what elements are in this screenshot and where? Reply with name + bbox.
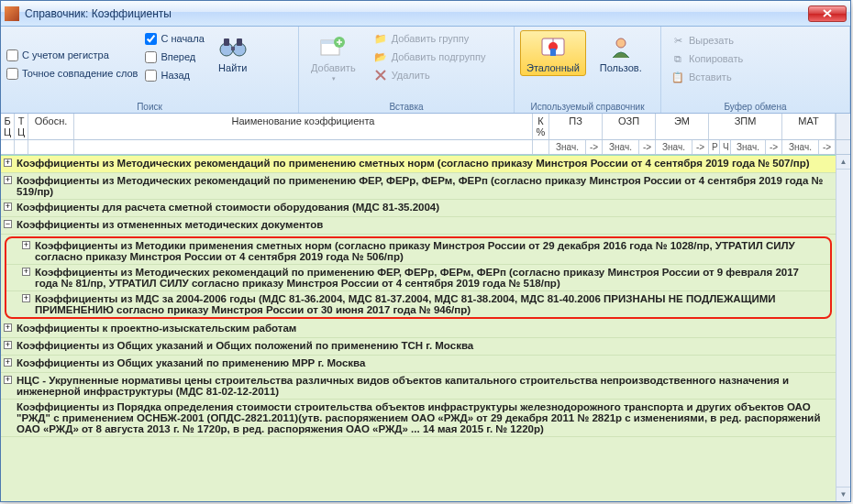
close-icon <box>823 9 832 17</box>
tree-row[interactable]: + Коэффициенты из Общих указаний и Общих… <box>1 338 836 356</box>
col-em[interactable]: ЭМ <box>656 114 709 139</box>
reference-window: Справочник: Коэффициенты С учетом регист… <box>0 0 851 502</box>
binoculars-icon <box>218 33 248 60</box>
ribbon: С учетом регистра Точное совпадение слов… <box>1 27 850 114</box>
sub-zpm-arrow[interactable]: -> <box>766 140 782 154</box>
row-text: Коэффициенты из Методических рекомендаци… <box>15 173 836 199</box>
chk-exact-label: Точное совпадение слов <box>22 68 138 79</box>
scroll-down-icon[interactable]: ▼ <box>836 487 850 501</box>
expander[interactable]: + <box>6 238 33 264</box>
col-bc[interactable]: Б Ц <box>1 114 15 139</box>
expander[interactable]: + <box>1 200 15 216</box>
col-ozp[interactable]: ОЗП <box>603 114 656 139</box>
person-icon <box>606 33 636 60</box>
group-clipboard-label: Буфер обмена <box>667 100 844 112</box>
row-text: Коэффициенты из МДС за 2004-2006 годы (М… <box>33 291 830 317</box>
tree-row[interactable]: − Коэффициенты из отмененных методически… <box>1 217 836 235</box>
row-text: Коэффициенты из Методических рекомендаци… <box>15 156 836 172</box>
col-pz[interactable]: ПЗ <box>549 114 603 139</box>
col-mat[interactable]: МАТ <box>782 114 836 139</box>
chk-back[interactable]: Назад <box>145 67 204 83</box>
tree-row[interactable]: + Коэффициенты из Методических рекоменда… <box>1 156 836 173</box>
sub-mat-value[interactable]: Знач. <box>782 140 819 154</box>
expander[interactable]: + <box>6 265 33 290</box>
copy-icon: ⧉ <box>670 51 685 66</box>
add-subgroup-icon: 📂 <box>373 49 388 64</box>
tree-row[interactable]: + Коэффициенты из Методических рекоменда… <box>6 265 830 291</box>
svg-point-11 <box>616 38 626 48</box>
copy-button[interactable]: ⧉Копировать <box>667 50 844 67</box>
tree-row[interactable]: + Коэффициенты из Методических рекоменда… <box>1 173 836 200</box>
chk-start-label: С начала <box>161 33 204 44</box>
col-tc[interactable]: Т Ц <box>15 114 28 139</box>
scrollbar-gap <box>836 114 850 139</box>
sub-ozp-arrow[interactable]: -> <box>639 140 656 154</box>
tree-row[interactable]: + Коэффициенты из Методики применения см… <box>6 238 830 265</box>
sub-ch[interactable]: Ч <box>720 140 731 154</box>
tree-row[interactable]: + Коэффициенты из Общих указаний по прим… <box>1 356 836 373</box>
chk-fwd[interactable]: Вперед <box>145 49 204 65</box>
col-obosn[interactable]: Обосн. <box>28 114 74 139</box>
chk-exact[interactable]: Точное совпадение слов <box>6 65 138 82</box>
delete-button[interactable]: Удалить <box>370 67 490 83</box>
tree-row[interactable]: + Коэффициенты к проектно-изыскательским… <box>1 321 836 338</box>
delete-icon <box>373 68 388 82</box>
user-refbook-label: Пользов. <box>600 62 642 73</box>
sub-r[interactable]: Р <box>709 140 720 154</box>
expander[interactable]: + <box>1 373 15 399</box>
paste-button[interactable]: 📋Вставить <box>667 69 844 85</box>
sub-em-value[interactable]: Знач. <box>656 140 692 154</box>
close-button[interactable] <box>808 5 847 22</box>
tree-grid[interactable]: + Коэффициенты из Методических рекоменда… <box>1 155 836 501</box>
user-refbook-button[interactable]: Пользов. <box>593 30 648 76</box>
tree-row[interactable]: + Коэффициенты из МДС за 2004-2006 годы … <box>6 291 830 317</box>
expander[interactable]: + <box>1 321 15 337</box>
sub-mat-arrow[interactable]: -> <box>819 140 836 154</box>
tree-row[interactable]: + Коэффициенты для расчета сметной стоим… <box>1 200 836 217</box>
tree-row[interactable]: Коэффициенты из Порядка определения стои… <box>1 400 836 437</box>
ribbon-group-insert: Добавить▾ 📁Добавить группу 📂Добавить под… <box>299 27 515 113</box>
find-button[interactable]: Найти <box>212 30 254 76</box>
find-label: Найти <box>218 62 247 73</box>
expander[interactable] <box>1 400 15 436</box>
group-insert-label: Вставка <box>305 100 508 112</box>
sub-zpm-value[interactable]: Знач. <box>731 140 766 154</box>
tree-row[interactable]: + НЦС - Укрупненные нормативы цены строи… <box>1 373 836 400</box>
expander[interactable]: + <box>1 156 15 172</box>
svg-rect-10 <box>550 49 556 56</box>
cut-button[interactable]: ✂Вырезать <box>667 32 844 49</box>
chk-case-label: С учетом регистра <box>22 49 109 60</box>
sub-ozp-value[interactable]: Знач. <box>603 140 639 154</box>
col-k[interactable]: К % <box>533 114 549 139</box>
expander[interactable]: + <box>1 173 15 199</box>
scroll-up-icon[interactable]: ▲ <box>836 155 850 170</box>
chk-start[interactable]: С начала <box>145 30 204 47</box>
row-text: Коэффициенты из отмененных методических … <box>15 217 836 234</box>
copy-label: Копировать <box>689 53 743 64</box>
add-button[interactable]: Добавить▾ <box>305 30 362 85</box>
ribbon-group-search: С учетом регистра Точное совпадение слов… <box>1 27 299 113</box>
chk-fwd-label: Вперед <box>161 51 195 62</box>
col-name[interactable]: Наименование коэффициента <box>74 114 533 139</box>
add-group-label: Добавить группу <box>392 33 470 44</box>
add-subgroup-button[interactable]: 📂Добавить подгруппу <box>370 49 490 65</box>
reference-button[interactable]: Эталонный <box>520 30 586 76</box>
paste-label: Вставить <box>689 71 732 82</box>
sub-em-arrow[interactable]: -> <box>692 140 709 154</box>
expander[interactable]: + <box>1 338 15 355</box>
scrollbar-gap2 <box>836 140 850 154</box>
col-zpm[interactable]: ЗПМ <box>709 114 782 139</box>
expander[interactable]: + <box>1 356 15 372</box>
row-text: Коэффициенты к проектно-изыскательским р… <box>15 321 836 337</box>
add-group-button[interactable]: 📁Добавить группу <box>370 30 490 47</box>
expander[interactable]: + <box>6 291 33 317</box>
chk-case[interactable]: С учетом регистра <box>6 47 138 63</box>
expander[interactable]: − <box>1 217 15 234</box>
ribbon-group-refbook: Эталонный Пользов. Используемый справочн… <box>515 27 661 113</box>
paste-icon: 📋 <box>670 70 685 84</box>
add-row-icon <box>318 33 348 60</box>
sub-pz-arrow[interactable]: -> <box>586 140 603 154</box>
sub-pz-value[interactable]: Знач. <box>549 140 586 154</box>
titlebar: Справочник: Коэффициенты <box>1 1 850 27</box>
vertical-scrollbar[interactable]: ▲ ▼ <box>836 155 850 501</box>
